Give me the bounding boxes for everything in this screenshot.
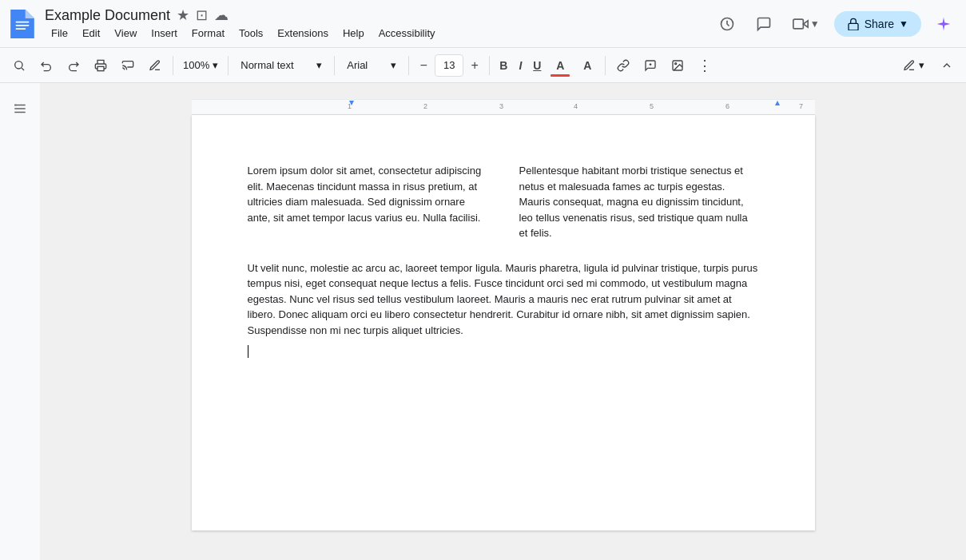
menu-edit[interactable]: Edit <box>76 26 106 41</box>
zoom-chevron-icon: ▾ <box>213 59 218 71</box>
doc-info: Example Document ★ ⊡ ☁ File Edit View In… <box>45 6 713 41</box>
svg-text:7: 7 <box>799 102 803 110</box>
svg-marker-4 <box>803 20 808 26</box>
menu-view[interactable]: View <box>108 26 143 41</box>
separator-4 <box>408 56 409 75</box>
svg-rect-1 <box>16 25 30 26</box>
svg-point-13 <box>675 62 677 64</box>
separator-3 <box>334 56 335 75</box>
font-chevron-icon: ▾ <box>391 59 396 71</box>
more-options-button[interactable]: ⋮ <box>692 53 718 78</box>
ruler: 1 2 3 4 5 6 7 <box>192 99 815 115</box>
svg-text:4: 4 <box>574 102 578 110</box>
outline-button[interactable] <box>7 96 33 121</box>
menu-help[interactable]: Help <box>336 26 371 41</box>
paragraph-3: Ut velit nunc, molestie ac arcu ac, laor… <box>248 260 759 339</box>
zoom-label: 100% <box>183 59 209 71</box>
paint-format-button[interactable] <box>115 53 141 78</box>
text-color-button[interactable]: A <box>547 53 573 78</box>
document-page[interactable]: Lorem ipsum dolor sit amet, consectetur … <box>192 115 815 530</box>
folder-icon[interactable]: ⊡ <box>196 6 208 24</box>
highlight-label: A <box>583 59 591 72</box>
font-label: Arial <box>347 59 368 71</box>
text-color-label: A <box>556 59 564 72</box>
search-button[interactable] <box>6 53 32 78</box>
svg-text:2: 2 <box>423 102 427 110</box>
increase-font-button[interactable]: + <box>465 56 484 75</box>
menu-file[interactable]: File <box>45 26 74 41</box>
add-comment-button[interactable] <box>638 53 663 78</box>
bold-button[interactable]: B <box>495 54 512 77</box>
svg-marker-27 <box>775 101 780 105</box>
svg-rect-8 <box>97 66 104 70</box>
main-area: 1 2 3 4 5 6 7 Lore <box>0 83 966 560</box>
left-sidebar <box>0 83 40 560</box>
svg-text:3: 3 <box>499 102 503 110</box>
star-icon[interactable]: ★ <box>177 6 189 24</box>
separator-2 <box>228 56 229 75</box>
meet-button[interactable]: ▼ <box>786 10 826 38</box>
spellcheck-button[interactable] <box>142 53 168 78</box>
two-column-section: Lorem ipsum dolor sit amet, consectetur … <box>248 163 759 241</box>
more-icon: ⋮ <box>698 57 712 74</box>
cloud-icon[interactable]: ☁ <box>214 6 229 24</box>
svg-text:5: 5 <box>650 102 654 110</box>
underline-button[interactable]: U <box>528 54 546 77</box>
style-label: Normal text <box>241 59 293 71</box>
menu-bar: File Edit View Insert Format Tools Exten… <box>45 26 713 41</box>
paragraph-2: Pellentesque habitant morbi tristique se… <box>519 163 759 241</box>
menu-extensions[interactable]: Extensions <box>271 26 335 41</box>
edit-mode-chevron: ▾ <box>919 59 924 71</box>
column-2: Pellentesque habitant morbi tristique se… <box>519 163 759 241</box>
font-size-area: − + <box>414 54 484 77</box>
decrease-font-button[interactable]: − <box>414 56 433 75</box>
svg-point-7 <box>15 61 22 68</box>
share-button[interactable]: Share ▼ <box>834 11 921 37</box>
cursor-area <box>248 344 759 360</box>
highlight-button[interactable]: A <box>574 53 600 78</box>
menu-format[interactable]: Format <box>185 26 231 41</box>
toolbar: 100% ▾ Normal text ▾ Arial ▾ − + B I U A… <box>0 48 966 83</box>
redo-button[interactable] <box>61 53 86 78</box>
collapse-toolbar-button[interactable] <box>934 53 960 78</box>
header-right: ▼ Share ▼ <box>713 10 958 38</box>
text-color-swatch <box>551 74 570 77</box>
style-selector[interactable]: Normal text ▾ <box>233 55 329 75</box>
comments-button[interactable] <box>749 10 778 38</box>
insert-image-button[interactable] <box>665 53 690 78</box>
italic-button[interactable]: I <box>514 54 527 77</box>
app-logo <box>8 10 37 38</box>
menu-tools[interactable]: Tools <box>233 26 269 41</box>
document-area[interactable]: 1 2 3 4 5 6 7 Lore <box>40 83 966 560</box>
font-size-input[interactable] <box>435 54 463 77</box>
style-chevron-icon: ▾ <box>316 59 322 71</box>
print-button[interactable] <box>88 53 113 78</box>
svg-text:6: 6 <box>725 102 729 110</box>
font-selector[interactable]: Arial ▾ <box>340 55 403 75</box>
link-button[interactable] <box>610 53 636 78</box>
document-title[interactable]: Example Document <box>45 7 170 24</box>
zoom-selector[interactable]: 100% ▾ <box>178 56 223 74</box>
share-chevron-icon: ▼ <box>899 18 908 30</box>
gemini-button[interactable] <box>929 10 958 38</box>
undo-button[interactable] <box>34 53 59 78</box>
svg-rect-5 <box>793 19 804 29</box>
paragraph-1: Lorem ipsum dolor sit amet, consectetur … <box>248 163 487 225</box>
toolbar-right: ▾ <box>896 53 960 78</box>
column-1: Lorem ipsum dolor sit amet, consectetur … <box>248 163 487 241</box>
menu-insert[interactable]: Insert <box>145 26 184 41</box>
edit-mode-button[interactable]: ▾ <box>896 56 931 75</box>
separator-6 <box>605 56 606 75</box>
share-label: Share <box>865 18 894 30</box>
svg-rect-2 <box>16 28 26 30</box>
separator-1 <box>173 56 173 75</box>
menu-accessibility[interactable]: Accessibility <box>372 26 442 41</box>
separator-5 <box>489 56 490 75</box>
document-content: Lorem ipsum dolor sit amet, consectetur … <box>248 163 759 360</box>
svg-rect-6 <box>849 23 858 30</box>
text-cursor <box>248 345 248 358</box>
history-button[interactable] <box>713 10 741 38</box>
svg-rect-0 <box>16 21 30 22</box>
title-bar: Example Document ★ ⊡ ☁ File Edit View In… <box>0 0 966 48</box>
